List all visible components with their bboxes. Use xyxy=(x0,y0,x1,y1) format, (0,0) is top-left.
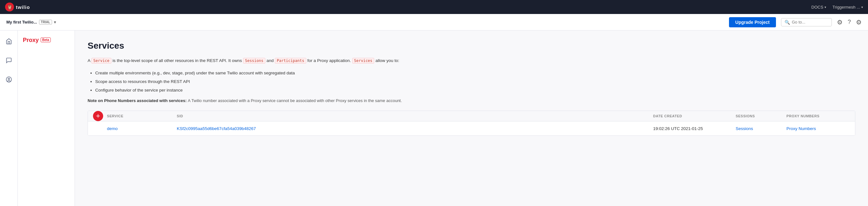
settings-icon[interactable]: ⚙ xyxy=(837,19,843,26)
date-value: 19:02:26 UTC 2021-01-25 xyxy=(653,126,703,131)
help-icon[interactable]: ? xyxy=(848,19,851,25)
upgrade-project-button[interactable]: Upgrade Project xyxy=(729,17,776,27)
table-row: demo KSf2c0995aa55d6be67cfa54a039b48267 … xyxy=(88,122,855,135)
proxy-title: Proxy Beta xyxy=(18,35,74,49)
col-header-sid: SID xyxy=(177,114,653,118)
table-header: + SERVICE SID DATE CREATED SESSIONS PROX… xyxy=(88,111,855,122)
top-nav-right: DOCS ▾ Triggermesh ... ▾ xyxy=(811,5,863,9)
sidebar xyxy=(0,30,18,206)
service-tag: Service xyxy=(91,58,112,63)
cell-sessions: Sessions xyxy=(736,126,786,131)
beta-badge: Beta xyxy=(41,37,51,42)
proxy-numbers-link[interactable]: Proxy Numbers xyxy=(786,126,816,131)
note-body: A Twilio number associated with a Proxy … xyxy=(188,98,402,103)
sessions-tag: Sessions xyxy=(243,58,265,63)
services-table: + SERVICE SID DATE CREATED SESSIONS PROX… xyxy=(88,111,855,136)
sidebar-icon-home[interactable] xyxy=(3,35,14,47)
search-box[interactable]: 🔍 xyxy=(781,18,832,26)
main-layout: Proxy Beta Services A Service is the top… xyxy=(0,30,868,206)
add-service-button[interactable]: + xyxy=(93,111,103,121)
cell-proxy-numbers: Proxy Numbers xyxy=(786,126,850,131)
docs-link[interactable]: DOCS ▾ xyxy=(811,5,827,9)
list-item: Create multiple environments (e.g., dev,… xyxy=(95,69,855,77)
content-area: Services A Service is the top-level scop… xyxy=(75,30,868,206)
services-description: A Service is the top-level scope of all … xyxy=(88,57,855,64)
left-panel: Proxy Beta xyxy=(18,30,75,206)
twilio-owl-icon: 🦉 xyxy=(5,3,14,11)
col-header-service: SERVICE xyxy=(107,114,177,118)
search-input[interactable] xyxy=(792,20,828,24)
gear-icon[interactable]: ⚙ xyxy=(856,19,862,26)
chevron-down-icon: ▾ xyxy=(825,5,826,9)
cell-service: demo xyxy=(107,126,177,131)
trial-badge: TRIAL xyxy=(39,20,52,24)
chevron-down-icon: ▾ xyxy=(861,5,863,9)
page-title: Services xyxy=(88,41,855,51)
chevron-down-icon: ▾ xyxy=(54,20,56,24)
sid-link[interactable]: KSf2c0995aa55d6be67cfa54a039b48267 xyxy=(177,126,256,131)
sessions-link[interactable]: Sessions xyxy=(736,126,753,131)
cell-date: 19:02:26 UTC 2021-01-25 xyxy=(653,126,736,131)
sidebar-icon-chat[interactable] xyxy=(3,55,14,66)
top-nav: 🦉 twilio DOCS ▾ Triggermesh ... ▾ xyxy=(0,0,868,14)
service-link[interactable]: demo xyxy=(107,126,118,131)
twilio-wordmark: twilio xyxy=(16,4,30,10)
col-header-sessions: SESSIONS xyxy=(736,114,786,118)
table-columns: SERVICE SID DATE CREATED SESSIONS PROXY … xyxy=(93,114,850,118)
second-nav: My first Twilio... TRIAL ▾ Upgrade Proje… xyxy=(0,14,868,30)
project-name[interactable]: My first Twilio... TRIAL ▾ xyxy=(6,20,56,24)
top-nav-left: 🦉 twilio xyxy=(5,3,30,11)
sidebar-icon-contacts[interactable] xyxy=(3,74,14,85)
note-text: Note on Phone Numbers associated with se… xyxy=(88,98,855,103)
account-menu[interactable]: Triggermesh ... ▾ xyxy=(833,5,863,9)
cell-sid: KSf2c0995aa55d6be67cfa54a039b48267 xyxy=(177,126,653,131)
participants-tag: Participants xyxy=(275,58,306,63)
note-label: Note on Phone Numbers associated with se… xyxy=(88,98,188,103)
twilio-logo: 🦉 twilio xyxy=(5,3,30,11)
services-tag2: Services xyxy=(352,58,374,63)
search-icon: 🔍 xyxy=(784,20,790,25)
list-item: Scope access to resources through the RE… xyxy=(95,77,855,86)
col-header-date: DATE CREATED xyxy=(653,114,736,118)
second-nav-right: Upgrade Project 🔍 ⚙ ? ⚙ xyxy=(729,17,862,27)
col-header-proxy: PROXY NUMBERS xyxy=(786,114,850,118)
features-list: Create multiple environments (e.g., dev,… xyxy=(95,69,855,95)
svg-point-1 xyxy=(8,78,9,80)
list-item: Configure behavior of the service per in… xyxy=(95,86,855,95)
